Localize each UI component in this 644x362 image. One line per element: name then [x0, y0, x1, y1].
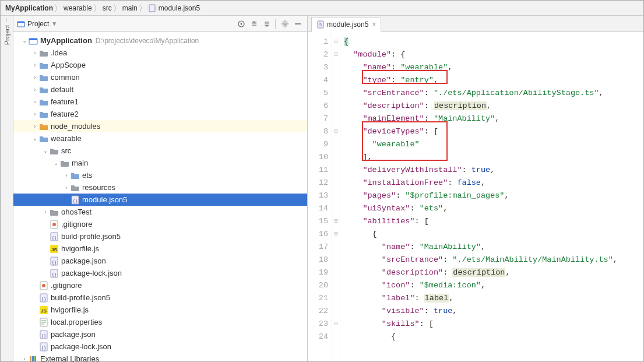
project-view-dropdown-icon[interactable]: ▼ — [51, 20, 57, 27]
code-line[interactable]: "module": { — [344, 48, 643, 61]
breadcrumb-label: MyApplication — [5, 4, 53, 12]
code-line[interactable]: "deviceTypes": [ — [344, 125, 643, 138]
chevron-right-icon[interactable]: › — [31, 99, 39, 105]
tree-item[interactable]: { }package-lock.json — [13, 340, 307, 353]
editor-tab-module-json5[interactable]: 5 module.json5 × — [311, 17, 381, 32]
tree-item[interactable]: local.properties — [13, 316, 307, 328]
breadcrumb-item[interactable]: src — [103, 4, 112, 12]
code-line[interactable]: { — [344, 36, 643, 48]
collapse-all-button[interactable] — [261, 18, 273, 30]
tree-item-label: AppScope — [51, 61, 86, 69]
tree-item[interactable]: ›ets — [13, 169, 307, 181]
chevron-down-icon[interactable]: ⌄ — [20, 37, 29, 44]
code-line[interactable]: { — [344, 228, 643, 241]
code-line[interactable]: ], — [344, 151, 643, 164]
chevron-right-icon[interactable]: › — [31, 50, 39, 56]
tree-item[interactable]: ›resources — [13, 181, 307, 194]
tree-item[interactable]: { }build-profile.json5 — [13, 291, 307, 304]
breadcrumb-item[interactable]: main — [122, 4, 138, 12]
chevron-right-icon[interactable]: › — [31, 86, 39, 93]
tree-item[interactable]: ⌄main — [13, 157, 307, 169]
tree-item[interactable]: ›default — [13, 83, 307, 96]
chevron-right-icon[interactable]: › — [62, 184, 71, 191]
chevron-right-icon[interactable]: › — [31, 62, 39, 68]
tree-item[interactable]: ›.idea — [13, 47, 307, 59]
code-line[interactable]: "deliveryWithInstall": true, — [344, 164, 643, 177]
project-panel-header: Project ▼ — [13, 16, 307, 32]
select-opened-file-button[interactable] — [235, 18, 247, 30]
expand-all-button[interactable] — [248, 18, 260, 30]
tree-item[interactable]: { }package-lock.json — [13, 267, 307, 279]
tree-item[interactable]: .gitignore — [13, 218, 307, 230]
svg-text:{ }: { } — [52, 272, 57, 277]
tree-item[interactable]: JShvigorfile.js — [13, 304, 307, 316]
tree-item-label: wearable — [51, 134, 82, 143]
chevron-right-icon[interactable]: › — [31, 123, 39, 129]
code-line[interactable]: "description": description, — [344, 266, 643, 279]
code-line[interactable]: "wearable" — [344, 138, 643, 151]
tree-item[interactable]: ›common — [13, 71, 307, 83]
tree-item[interactable]: .gitignore — [13, 279, 307, 291]
code-line[interactable]: "skills": [ — [344, 318, 643, 331]
tree-item[interactable]: ›ohosTest — [13, 206, 307, 218]
tree-item[interactable]: { }package.json — [13, 255, 307, 267]
code-line[interactable]: "name": "wearable", — [344, 61, 643, 74]
project-tool-tab[interactable]: Project — [3, 22, 10, 48]
tree-item[interactable]: ›AppScope — [13, 59, 307, 71]
folder-bl-icon — [39, 110, 48, 119]
tree-item[interactable]: ›node_modules — [13, 120, 307, 132]
project-tree[interactable]: ⌄MyApplicationD:\projects\deveco\MyAppli… — [13, 32, 307, 361]
editor-tab-label: module.json5 — [327, 20, 368, 29]
tree-item-label: package-lock.json — [61, 269, 122, 277]
code-line[interactable]: "icon": "$media:icon", — [344, 279, 643, 292]
hide-panel-button[interactable] — [292, 18, 304, 30]
code-line[interactable]: { — [344, 331, 643, 343]
chevron-right-icon[interactable]: › — [41, 209, 50, 215]
tree-item[interactable]: { }package.json — [13, 328, 307, 340]
tree-item[interactable]: ›External Libraries — [13, 353, 307, 361]
tree-item[interactable]: ›feature1 — [13, 96, 307, 108]
code-line[interactable]: "pages": "$profile:main_pages", — [344, 189, 643, 202]
chevron-right-icon[interactable]: › — [20, 356, 29, 361]
code-line[interactable]: "srcEntrance": "./ets/Application/Abilit… — [344, 87, 643, 100]
tree-item[interactable]: { }build-profile.json5 — [13, 230, 307, 242]
code-line[interactable]: "label": label, — [344, 292, 643, 305]
tree-item-label: ohosTest — [61, 208, 92, 216]
folder-bl-icon — [39, 61, 48, 70]
chevron-right-icon[interactable]: › — [31, 111, 39, 117]
tree-item[interactable]: JShvigorfile.js — [13, 242, 307, 255]
chevron-down-icon[interactable]: ⌄ — [52, 160, 60, 166]
tree-item[interactable]: ›feature2 — [13, 108, 307, 120]
chevron-down-icon[interactable]: ⌄ — [41, 147, 50, 154]
folder-bl-icon — [39, 134, 48, 143]
code-line[interactable]: "abilities": [ — [344, 215, 643, 228]
project-view-title[interactable]: Project — [27, 20, 49, 28]
tree-item[interactable]: ⌄MyApplicationD:\projects\deveco\MyAppli… — [13, 34, 307, 47]
breadcrumb-item[interactable]: module.json5 — [148, 4, 200, 12]
code-line[interactable]: "installationFree": false, — [344, 177, 643, 189]
code-line[interactable]: "srcEntrance": "./ets/MainAbility/MainAb… — [344, 254, 643, 266]
close-tab-icon[interactable]: × — [372, 20, 376, 29]
code-line[interactable]: "visible": true, — [344, 305, 643, 318]
code-line[interactable]: "type": "entry", — [344, 74, 643, 87]
code-line[interactable]: "description": description, — [344, 100, 643, 113]
code-line[interactable]: "uiSyntax": "ets", — [344, 202, 643, 215]
chevron-right-icon[interactable]: › — [62, 172, 71, 178]
code-line[interactable]: "name": "MainAbility", — [344, 241, 643, 254]
fold-gutter[interactable]: ⊟⊟⊟⊟⊟⊟ — [332, 32, 340, 361]
chevron-right-icon[interactable]: › — [31, 74, 39, 80]
tree-item-label: local.properties — [51, 318, 102, 326]
editor-area: 5 module.json5 × 12345678910111213141516… — [308, 16, 643, 361]
chevron-down-icon[interactable]: ⌄ — [31, 135, 39, 142]
editor-body[interactable]: 123456789101112131415161718192021222324 … — [308, 32, 643, 361]
breadcrumb-label: src — [103, 4, 112, 12]
breadcrumb-item[interactable]: MyApplication — [5, 4, 53, 12]
tree-item-label: src — [61, 146, 71, 155]
tree-item[interactable]: ⌄src — [13, 145, 307, 157]
tree-item[interactable]: { }module.json5 — [13, 194, 307, 206]
settings-button[interactable] — [279, 18, 291, 30]
code-line[interactable]: "mainElement": "MainAbility", — [344, 113, 643, 125]
breadcrumb-item[interactable]: wearable — [64, 4, 92, 12]
tree-item[interactable]: ⌄wearable — [13, 132, 307, 145]
code-content[interactable]: { "module": { "name": "wearable", "type"… — [340, 32, 643, 361]
